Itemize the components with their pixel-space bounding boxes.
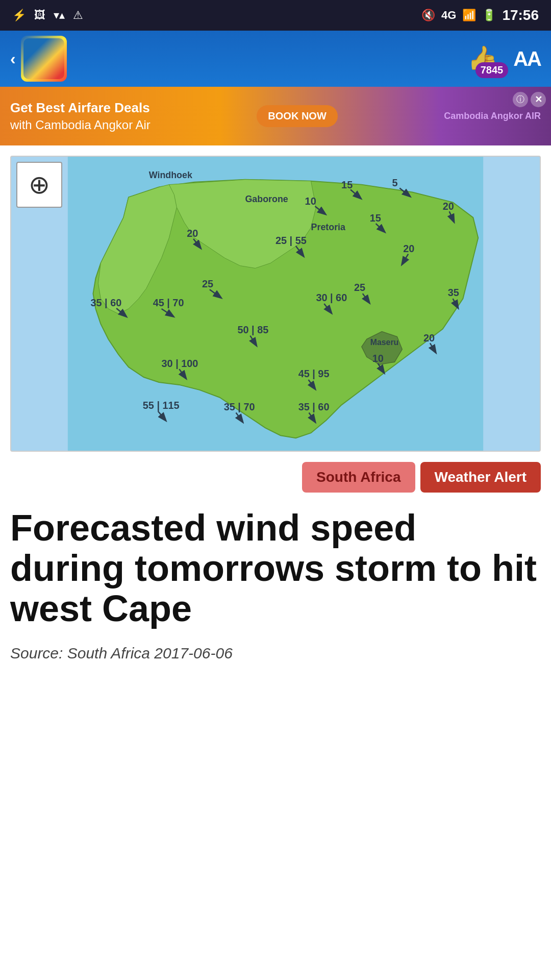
tags-section: South Africa Weather Alert (0, 452, 551, 498)
ad-book-now-button[interactable]: BOOK NOW (257, 105, 337, 127)
ad-controls: ⓘ ✕ (513, 92, 546, 107)
svg-text:Gaborone: Gaborone (245, 194, 288, 204)
svg-text:20: 20 (187, 228, 198, 239)
clock: 17:56 (502, 7, 539, 23)
svg-text:20: 20 (423, 332, 435, 344)
svg-text:35 | 60: 35 | 60 (91, 297, 122, 308)
svg-text:20: 20 (443, 201, 454, 212)
article-section: Forecasted wind speed during tomorrows s… (0, 498, 551, 677)
svg-text:35 | 60: 35 | 60 (298, 401, 330, 412)
like-count: 7845 (475, 62, 509, 78)
svg-text:30 | 100: 30 | 100 (162, 358, 198, 369)
map-container: ⊕ Windhoek Gaborone Pretoria Maseru 15 5… (10, 156, 541, 452)
svg-text:30 | 60: 30 | 60 (316, 292, 347, 303)
article-source: Source: South Africa 2017-06-06 (10, 645, 541, 662)
ad-banner: Get Best Airfare Deals with Cambodia Ang… (0, 87, 551, 145)
status-icons-left: ⚡ 🖼 ▾▴ ⚠ (12, 9, 83, 22)
network-type: 4G (441, 9, 456, 22)
tag-south-africa[interactable]: South Africa (302, 462, 415, 493)
article-headline: Forecasted wind speed during tomorrows s… (10, 508, 541, 629)
ad-logo: Cambodia Angkor AIR (444, 111, 541, 121)
back-button[interactable]: ‹ (10, 50, 16, 68)
like-button[interactable]: 👍 7845 (467, 44, 498, 73)
svg-text:25: 25 (202, 278, 213, 289)
ad-info-button[interactable]: ⓘ (513, 92, 528, 107)
svg-text:15: 15 (341, 179, 353, 190)
svg-text:10: 10 (305, 195, 316, 207)
svg-text:15: 15 (370, 212, 381, 224)
svg-text:45 | 95: 45 | 95 (298, 368, 330, 379)
status-bar: ⚡ 🖼 ▾▴ ⚠ 🔇 4G 📶 🔋 17:56 (0, 0, 551, 31)
alert-icon: ⚠ (73, 9, 83, 22)
wifi-icon: ▾▴ (54, 9, 65, 22)
svg-text:Maseru: Maseru (370, 338, 399, 347)
svg-text:35 | 70: 35 | 70 (224, 401, 255, 412)
map-zoom-button[interactable]: ⊕ (16, 162, 62, 208)
svg-text:55 | 115: 55 | 115 (143, 400, 180, 411)
svg-text:50 | 85: 50 | 85 (238, 324, 269, 335)
svg-text:35: 35 (448, 287, 459, 298)
app-logo[interactable] (21, 36, 67, 82)
font-size-button[interactable]: AA (513, 47, 541, 70)
header-left: ‹ (10, 36, 67, 82)
svg-text:25: 25 (354, 282, 365, 293)
zoom-icon: ⊕ (29, 170, 50, 200)
svg-text:5: 5 (392, 177, 397, 188)
usb-icon: ⚡ (12, 9, 26, 22)
svg-text:25 | 55: 25 | 55 (276, 235, 307, 246)
svg-text:20: 20 (403, 243, 414, 254)
app-header: ‹ 👍 7845 AA (0, 31, 551, 87)
svg-text:Windhoek: Windhoek (149, 170, 192, 180)
ad-subtitle: with Cambodia Angkor Air (10, 117, 151, 133)
weather-map: Windhoek Gaborone Pretoria Maseru 15 5 1… (11, 157, 540, 451)
signal-icon: 📶 (462, 9, 476, 22)
image-icon: 🖼 (34, 9, 45, 22)
svg-text:10: 10 (372, 353, 384, 364)
svg-text:45 | 70: 45 | 70 (153, 297, 184, 308)
tag-weather-alert[interactable]: Weather Alert (420, 462, 541, 493)
ad-title: Get Best Airfare Deals (10, 100, 151, 117)
ad-text: Get Best Airfare Deals with Cambodia Ang… (10, 100, 151, 133)
header-right: 👍 7845 AA (467, 44, 541, 73)
battery-icon: 🔋 (482, 9, 496, 22)
mute-icon: 🔇 (421, 9, 435, 22)
status-icons-right: 🔇 4G 📶 🔋 17:56 (421, 7, 539, 23)
svg-text:Pretoria: Pretoria (311, 222, 346, 232)
ad-close-button[interactable]: ✕ (531, 92, 546, 107)
